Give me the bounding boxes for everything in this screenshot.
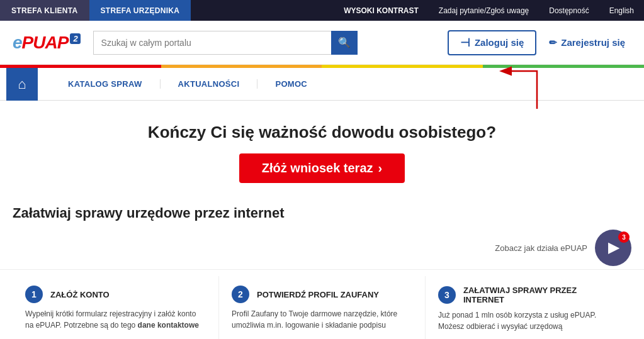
english-link[interactable]: English xyxy=(599,6,644,15)
step-1-header: 1 ZAŁÓŻ KONTO xyxy=(25,286,206,303)
register-label: Zarejestruj się xyxy=(561,37,625,48)
login-button[interactable]: ⊣ Zaloguj się xyxy=(448,30,536,55)
hero-btn-arrow: › xyxy=(378,161,383,175)
hero-btn-label: Złóż wniosek teraz xyxy=(262,161,373,175)
contrast-link[interactable]: WYSOKI KONTRAST xyxy=(334,6,429,15)
nav-pomoc[interactable]: POMOC xyxy=(257,79,325,89)
step-1-title: ZAŁÓŻ KONTO xyxy=(50,290,110,299)
register-icon: ✏ xyxy=(549,37,557,48)
search-input[interactable] xyxy=(93,31,331,55)
header-wrapper: ePUAP2 🔍 ⊣ Zaloguj się ✏ Zarejestruj się xyxy=(0,21,644,65)
logo: ePUAP2 xyxy=(13,33,81,53)
top-bar: STREFA KLIENTA STREFA URZĘDNIKA WYSOKI K… xyxy=(0,0,644,21)
step-3-title: ZAŁATWIAJ SPRAWY PRZEZ INTERNET xyxy=(463,286,619,304)
step-2-desc: Profil Zaufany to Twoje darmowe narzędzi… xyxy=(232,308,412,331)
home-icon: ⌂ xyxy=(18,76,26,92)
step-1-desc: Wypełnij krótki formularz rejestracyjny … xyxy=(25,308,206,331)
login-icon: ⊣ xyxy=(460,36,470,50)
step-3-header: 3 ZAŁATWIAJ SPRAWY PRZEZ INTERNET xyxy=(438,286,619,304)
step-3-desc: Już ponad 1 mln osób korzysta z usług eP… xyxy=(438,309,619,332)
top-tabs: STREFA KLIENTA STREFA URZĘDNIKA xyxy=(0,0,191,21)
header: ePUAP2 🔍 ⊣ Zaloguj się ✏ Zarejestruj się xyxy=(0,21,644,65)
access-link[interactable]: Dostępność xyxy=(539,6,599,15)
step-2-number: 2 xyxy=(232,286,249,303)
tab-strefa-klienta[interactable]: STREFA KLIENTA xyxy=(0,0,89,21)
step-1: 1 ZAŁÓŻ KONTO Wypełnij krótki formularz … xyxy=(13,276,219,339)
search-icon: 🔍 xyxy=(338,36,351,48)
logo-puap-text: PUAP xyxy=(22,33,69,52)
hero-cta-button[interactable]: Złóż wniosek teraz › xyxy=(239,153,405,183)
video-count-badge: 3 xyxy=(618,231,630,243)
tab-strefa-urzednika[interactable]: STREFA URZĘDNIKA xyxy=(89,0,191,21)
hero-title: Kończy Ci się ważność dowodu osobistego? xyxy=(13,123,631,142)
video-hint: Zobacz jak działa ePUAP ▶ 3 xyxy=(0,226,644,269)
step-2: 2 POTWIERDŹ PROFIL ZAUFANY Profil Zaufan… xyxy=(219,276,426,339)
step-2-header: 2 POTWIERDŹ PROFIL ZAUFANY xyxy=(232,286,412,303)
nav-home-button[interactable]: ⌂ xyxy=(6,68,38,101)
step-1-number: 1 xyxy=(25,286,43,303)
nav-katalog-spraw[interactable]: KATALOG SPRAW xyxy=(50,79,160,89)
logo-badge: 2 xyxy=(70,33,80,44)
nav-aktualnosci[interactable]: AKTUALNOŚCI xyxy=(160,79,257,89)
ask-link[interactable]: Zadaj pytanie/Zgłoś uwagę xyxy=(429,6,539,15)
top-links: WYSOKI KONTRAST Zadaj pytanie/Zgłoś uwag… xyxy=(334,0,644,21)
search-area: 🔍 xyxy=(93,31,358,55)
step-3-number: 3 xyxy=(438,286,456,304)
hero-section: Kończy Ci się ważność dowodu osobistego?… xyxy=(0,101,644,199)
video-hint-text: Zobacz jak działa ePUAP xyxy=(495,243,587,253)
logo-e-letter: e xyxy=(13,33,22,52)
main-content: Kończy Ci się ważność dowodu osobistego?… xyxy=(0,101,644,339)
header-right: ⊣ Zaloguj się ✏ Zarejestruj się xyxy=(448,30,631,55)
tagline: Załatwiaj sprawy urzędowe przez internet xyxy=(0,199,644,226)
steps-section: 1 ZAŁÓŻ KONTO Wypełnij krótki formularz … xyxy=(0,269,644,339)
login-label: Zaloguj się xyxy=(475,37,524,48)
step-3: 3 ZAŁATWIAJ SPRAWY PRZEZ INTERNET Już po… xyxy=(426,276,631,339)
register-button[interactable]: ✏ Zarejestruj się xyxy=(543,33,631,53)
nav-bar: ⌂ KATALOG SPRAW AKTUALNOŚCI POMOC xyxy=(0,68,644,101)
video-thumbnail[interactable]: ▶ 3 xyxy=(595,230,631,266)
logo-area: ePUAP2 xyxy=(13,33,81,53)
search-button[interactable]: 🔍 xyxy=(331,31,358,55)
video-play-icon: ▶ xyxy=(608,240,619,256)
step-2-title: POTWIERDŹ PROFIL ZAUFANY xyxy=(257,290,379,299)
